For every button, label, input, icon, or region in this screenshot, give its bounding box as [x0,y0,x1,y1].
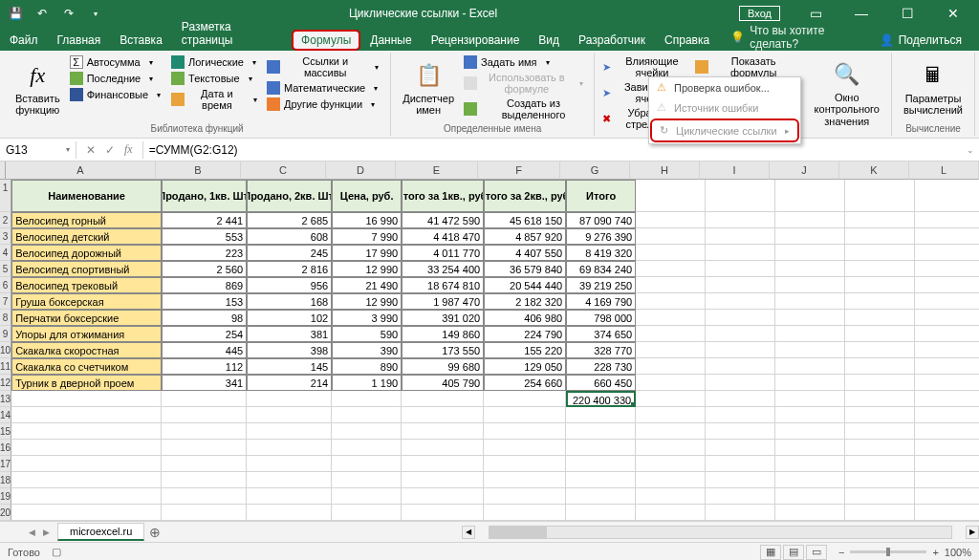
cell[interactable]: 328 770 [566,342,636,358]
cell[interactable] [915,293,979,310]
next-sheet-icon[interactable]: ▶ [43,528,50,537]
cell[interactable] [247,472,332,488]
column-header[interactable]: A [6,162,156,180]
row-header[interactable]: 4 [0,245,11,261]
cell[interactable] [566,472,636,488]
cell[interactable] [915,310,979,326]
cell[interactable]: 608 [247,228,332,245]
cell[interactable] [845,456,915,472]
cell[interactable]: 69 834 240 [566,261,636,277]
insert-function-button[interactable]: fxВставить функцию [10,54,66,121]
cell[interactable] [845,391,915,407]
cell[interactable] [247,423,332,440]
cell[interactable] [706,293,775,310]
cell[interactable]: Итого [566,180,636,212]
row-header[interactable]: 10 [0,342,11,358]
cell[interactable] [845,180,915,212]
zoom-level[interactable]: 100% [945,547,971,558]
cell[interactable]: 98 [162,310,247,326]
cell[interactable] [706,358,775,375]
row-header[interactable]: 19 [0,488,11,505]
cell[interactable] [915,407,979,423]
scroll-left-icon[interactable]: ◀ [462,526,475,539]
cell[interactable] [845,310,915,326]
cell[interactable] [706,375,775,391]
cell[interactable] [845,293,915,310]
cell[interactable] [402,407,484,423]
fx-icon[interactable]: fx [124,142,133,157]
cell[interactable] [636,180,706,212]
cell[interactable] [915,440,979,456]
cell[interactable] [845,423,915,440]
cell[interactable]: 3 990 [332,310,402,326]
cell[interactable] [845,440,915,456]
cell[interactable] [484,472,566,488]
cell[interactable] [775,180,845,212]
logical-button[interactable]: Логические▾ [169,54,263,70]
cell[interactable] [332,391,402,407]
cell[interactable]: Скакалка со счетчиком [11,358,162,375]
cell[interactable] [636,277,706,293]
cell[interactable] [775,472,845,488]
tell-me[interactable]: 💡Что вы хотите сделать? [730,24,872,51]
cell[interactable] [332,423,402,440]
cell[interactable]: 890 [332,358,402,375]
cell[interactable] [11,407,162,423]
cell[interactable]: 39 219 250 [566,277,636,293]
cell[interactable]: 228 730 [566,358,636,375]
cell[interactable] [706,326,775,342]
cell[interactable]: Велосипед трековый [11,277,162,293]
cell[interactable]: 4 418 470 [402,228,484,245]
cell[interactable] [845,488,915,505]
tab-layout[interactable]: Разметка страницы [172,16,292,51]
row-header[interactable]: 5 [0,261,11,277]
sheet-tab[interactable]: microexcel.ru [57,523,144,541]
cell[interactable] [915,228,979,245]
cell[interactable] [566,456,636,472]
cell[interactable]: Наименование [11,180,162,212]
cell[interactable]: 12 990 [332,293,402,310]
tab-developer[interactable]: Разработчик [569,30,655,51]
cell[interactable]: 1 987 470 [402,293,484,310]
cell[interactable] [915,342,979,358]
text-button[interactable]: Текстовые▾ [169,71,263,86]
row-header[interactable]: 2 [0,212,11,228]
cell[interactable] [915,358,979,375]
cell[interactable] [402,488,484,505]
cell[interactable]: 21 490 [332,277,402,293]
column-header[interactable]: J [770,162,839,180]
row-header[interactable]: 8 [0,310,11,326]
cell[interactable] [566,505,636,521]
row-header[interactable]: 7 [0,293,11,310]
cell[interactable] [845,407,915,423]
cell[interactable] [162,456,247,472]
column-header[interactable]: I [700,162,770,180]
row-header[interactable]: 13 [0,391,11,407]
cell[interactable]: Велосипед дорожный [11,245,162,261]
cell[interactable] [706,440,775,456]
cell[interactable]: 173 550 [402,342,484,358]
row-header[interactable]: 15 [0,423,11,440]
cell[interactable] [636,456,706,472]
column-header[interactable]: K [839,162,909,180]
cell[interactable] [845,326,915,342]
cell[interactable]: 4 169 790 [566,293,636,310]
cell[interactable]: 102 [247,310,332,326]
cell[interactable]: 20 544 440 [484,277,566,293]
formula-bar[interactable]: =СУММ(G2:G12) [142,141,962,159]
math-button[interactable]: Математические▾ [265,80,384,96]
cell[interactable] [775,310,845,326]
cell[interactable]: Перчатки боксерские [11,310,162,326]
zoom-slider[interactable] [850,550,926,553]
cell[interactable] [706,245,775,261]
cell[interactable] [11,505,162,521]
cell[interactable] [162,423,247,440]
cell[interactable]: 168 [247,293,332,310]
cell[interactable] [636,261,706,277]
cell[interactable] [247,407,332,423]
lookup-button[interactable]: Ссылки и массивы▾ [265,54,384,79]
save-icon[interactable]: 💾 [4,3,27,24]
cell[interactable]: 145 [247,358,332,375]
ribbon-options-icon[interactable]: ▭ [794,0,838,27]
cell[interactable] [11,391,162,407]
